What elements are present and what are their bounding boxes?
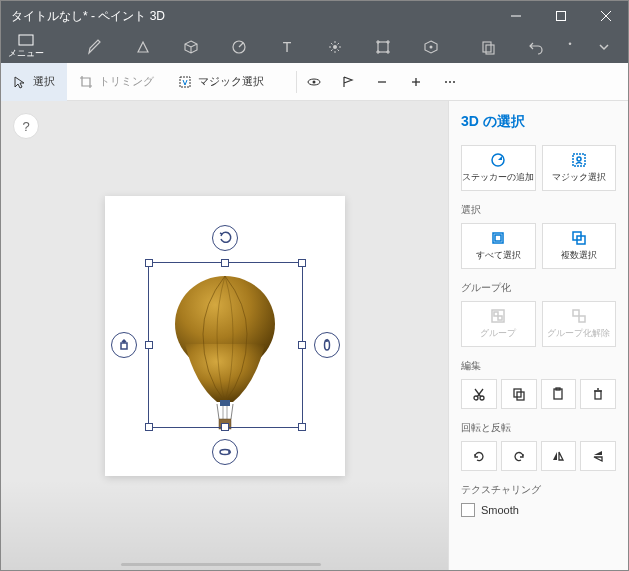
help-button[interactable]: ? — [13, 113, 39, 139]
smooth-checkbox-row[interactable]: Smooth — [461, 503, 616, 517]
minimize-button[interactable] — [493, 1, 538, 31]
select-tool[interactable]: 選択 — [1, 63, 67, 101]
section-group-label: グループ化 — [461, 281, 616, 295]
crop-label: トリミング — [99, 74, 154, 89]
selection-box[interactable] — [148, 262, 303, 428]
effects-icon[interactable] — [311, 31, 359, 63]
svg-rect-49 — [573, 154, 585, 166]
ungroup-button: グループ化解除 — [542, 301, 617, 347]
resize-handle-r[interactable] — [298, 341, 306, 349]
2d-shapes-icon[interactable] — [119, 31, 167, 63]
svg-point-50 — [577, 157, 581, 161]
zoom-in-icon[interactable] — [399, 63, 433, 101]
rotate-handle-top[interactable] — [212, 225, 238, 251]
select-all-button[interactable]: すべて選択 — [461, 223, 536, 269]
main-area: ? — [1, 101, 628, 570]
svg-line-12 — [331, 43, 333, 45]
crop-tool[interactable]: トリミング — [67, 63, 166, 101]
svg-rect-59 — [579, 316, 585, 322]
window-title: タイトルなし* - ペイント 3D — [11, 8, 165, 25]
resize-handle-br[interactable] — [298, 423, 306, 431]
flip-vertical-button[interactable] — [580, 441, 616, 471]
section-select-label: 選択 — [461, 203, 616, 217]
svg-point-37 — [453, 81, 455, 83]
section-rotate-label: 回転と反転 — [461, 421, 616, 435]
flip-horizontal-button[interactable] — [541, 441, 577, 471]
group-button: グループ — [461, 301, 536, 347]
3d-shapes-icon[interactable] — [167, 31, 215, 63]
svg-rect-57 — [498, 316, 502, 320]
smooth-checkbox[interactable] — [461, 503, 475, 517]
more-icon[interactable] — [433, 63, 467, 101]
svg-point-35 — [445, 81, 447, 83]
close-button[interactable] — [583, 1, 628, 31]
resize-handle-tr[interactable] — [298, 259, 306, 267]
multi-select-button[interactable]: 複数選択 — [542, 223, 617, 269]
cut-button[interactable] — [461, 379, 497, 409]
svg-rect-26 — [483, 42, 491, 52]
magic-select-tool[interactable]: マジック選択 — [166, 63, 276, 101]
add-sticker-button[interactable]: ステッカーの追加 — [461, 145, 536, 191]
canvas[interactable] — [105, 196, 345, 476]
copy-button[interactable] — [501, 379, 537, 409]
flag-icon[interactable] — [331, 63, 365, 101]
main-toolbar: メニュー T — [1, 31, 628, 63]
delete-button[interactable] — [580, 379, 616, 409]
undo-icon[interactable] — [512, 31, 560, 63]
3d-library-icon[interactable] — [407, 31, 455, 63]
svg-point-7 — [333, 45, 337, 49]
rotate-right-button[interactable] — [501, 441, 537, 471]
svg-rect-4 — [19, 35, 33, 45]
svg-rect-27 — [486, 45, 494, 54]
svg-rect-16 — [378, 42, 388, 52]
window-controls — [493, 1, 628, 31]
view-3d-icon[interactable] — [297, 63, 331, 101]
section-edit-label: 編集 — [461, 359, 616, 373]
svg-rect-58 — [573, 310, 579, 316]
zoom-out-icon[interactable] — [365, 63, 399, 101]
menu-button[interactable]: メニュー — [1, 31, 51, 63]
svg-point-28 — [569, 43, 572, 46]
magic-label: マジック選択 — [198, 74, 264, 89]
z-handle-left[interactable] — [111, 332, 137, 358]
rotate-handle-bottom[interactable] — [212, 439, 238, 465]
resize-handle-tl[interactable] — [145, 259, 153, 267]
app-window: タイトルなし* - ペイント 3D メニュー T — [0, 0, 629, 571]
dropdown-icon[interactable] — [560, 31, 580, 63]
panel-title: 3D の選択 — [461, 113, 616, 131]
text-icon[interactable]: T — [263, 31, 311, 63]
resize-handle-l[interactable] — [145, 341, 153, 349]
svg-rect-52 — [495, 235, 501, 241]
secondary-toolbar: 選択 トリミング マジック選択 — [1, 63, 628, 101]
svg-point-25 — [430, 46, 433, 49]
rotate-left-button[interactable] — [461, 441, 497, 471]
resize-handle-b[interactable] — [221, 423, 229, 431]
scrollbar-horizontal[interactable] — [121, 563, 321, 566]
side-panel: 3D の選択 ステッカーの追加 マジック選択 選択 すべて選択 — [448, 101, 628, 570]
paste-icon[interactable] — [464, 31, 512, 63]
svg-line-13 — [338, 50, 340, 52]
svg-rect-68 — [595, 391, 601, 399]
svg-line-15 — [338, 43, 340, 45]
svg-text:T: T — [283, 39, 292, 55]
magic-select-button[interactable]: マジック選択 — [542, 145, 617, 191]
rotate-handle-right[interactable] — [314, 332, 340, 358]
ground-shadow — [1, 480, 448, 570]
svg-point-31 — [313, 80, 316, 83]
canvas-area[interactable]: ? — [1, 101, 448, 570]
paste-button[interactable] — [541, 379, 577, 409]
svg-rect-46 — [121, 343, 127, 349]
svg-line-14 — [331, 50, 333, 52]
smooth-label: Smooth — [481, 504, 519, 516]
chevron-down-icon[interactable] — [580, 31, 628, 63]
brush-icon[interactable] — [71, 31, 119, 63]
section-texture-label: テクスチャリング — [461, 483, 616, 497]
resize-handle-bl[interactable] — [145, 423, 153, 431]
menu-label: メニュー — [8, 47, 44, 60]
resize-handle-t[interactable] — [221, 259, 229, 267]
canvas-icon[interactable] — [359, 31, 407, 63]
svg-rect-1 — [556, 12, 565, 21]
select-label: 選択 — [33, 74, 55, 89]
maximize-button[interactable] — [538, 1, 583, 31]
stickers-icon[interactable] — [215, 31, 263, 63]
